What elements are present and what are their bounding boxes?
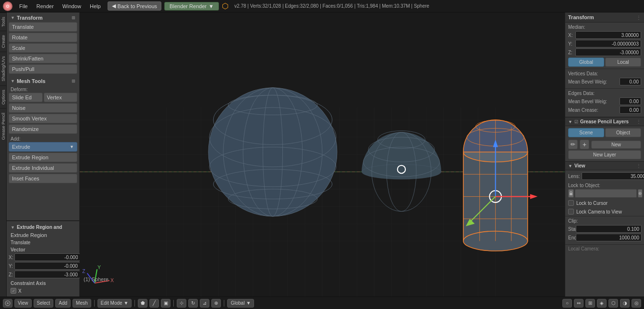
vector-label: Vector: [9, 246, 77, 253]
add-label: Add:: [9, 135, 77, 142]
coord-z-input[interactable]: [575, 48, 641, 56]
median-label: Median:: [568, 24, 641, 30]
checkbox-check: ✓: [12, 289, 15, 293]
extrude-individual-button[interactable]: Extrude Individual: [9, 163, 77, 173]
menu-render[interactable]: Render: [33, 2, 58, 10]
rotate-icon[interactable]: ↻: [188, 299, 198, 308]
mean-crease-input[interactable]: [620, 106, 641, 114]
scene-button[interactable]: Scene: [568, 128, 604, 137]
mesh-menu-button[interactable]: Mesh: [73, 299, 91, 308]
mean-bevel2-row: Mean Bevel Weig:: [568, 97, 641, 105]
tab-create[interactable]: Create: [0, 31, 7, 52]
right-panel: Transform ⋮ Median: X: Y: Z: Global Loca…: [565, 12, 644, 297]
lock-camera-checkbox[interactable]: [568, 209, 574, 214]
gp-new-row: ✏ + New: [568, 140, 641, 149]
vertex-button[interactable]: Vertex: [44, 93, 78, 102]
extrude-region-button[interactable]: Extrude Region: [9, 153, 77, 162]
proportional-edit-icon[interactable]: ○: [562, 299, 572, 308]
rotate-button[interactable]: Rotate: [9, 33, 77, 42]
extrude-dropdown-arrow: ▼: [70, 144, 74, 149]
mean-crease-row: Mean Crease:: [568, 106, 641, 114]
tab-grease-pencil[interactable]: Grease Pencil: [0, 108, 7, 144]
extrude-region-header[interactable]: ▼ Extrude Region and: [9, 223, 77, 231]
overlay-icon[interactable]: ◎: [632, 299, 641, 308]
mirror-icon[interactable]: ⇔: [574, 299, 583, 308]
tab-options[interactable]: Options: [0, 85, 7, 108]
edge-select-icon[interactable]: ╱: [149, 299, 159, 308]
edit-mode-button[interactable]: Edit Mode ▼: [97, 299, 132, 308]
inset-faces-button[interactable]: Inset Faces: [9, 174, 77, 183]
gp-new-layer-button[interactable]: New Layer: [568, 150, 641, 159]
vector-y-input[interactable]: [14, 262, 80, 270]
transform-icon[interactable]: ⊞: [585, 299, 595, 308]
lock-obj-field[interactable]: [575, 189, 637, 198]
mean-bevel-label: Mean Bevel Weig:: [568, 79, 619, 84]
rpanel-dots[interactable]: ⋮: [636, 15, 641, 20]
viewport[interactable]: User Persp: [80, 12, 565, 297]
lens-input[interactable]: [582, 172, 644, 180]
global-button[interactable]: Global: [568, 58, 604, 67]
smooth-vertex-button[interactable]: Smooth Vertex: [9, 114, 77, 123]
noise-button[interactable]: Noise: [9, 103, 77, 113]
constraint-x-label: X: [18, 288, 22, 294]
menu-help[interactable]: Help: [86, 2, 105, 10]
tab-tools[interactable]: Tools: [0, 12, 7, 31]
gp-plus-button[interactable]: +: [580, 140, 589, 149]
translate-button[interactable]: Translate: [9, 22, 77, 32]
back-icon: ◀: [112, 3, 116, 9]
snap-icon[interactable]: ⊕: [211, 299, 221, 308]
mean-bevel2-input[interactable]: [620, 97, 641, 105]
vector-z-input[interactable]: [14, 271, 80, 278]
shrink-fatten-button[interactable]: Shrink/Fatten: [9, 54, 77, 63]
clip-end-input[interactable]: [576, 234, 642, 241]
view-menu-button[interactable]: View: [14, 299, 32, 308]
coord-z-label: Z:: [568, 50, 574, 55]
edges-data-section: Edges Data: Mean Bevel Weig: Mean Crease…: [565, 89, 644, 117]
constraint-x-checkbox[interactable]: ✓: [11, 288, 16, 294]
coord-x-input[interactable]: [575, 31, 641, 39]
menu-file[interactable]: File: [15, 2, 32, 10]
magnet-icon[interactable]: ⊿: [200, 299, 209, 308]
randomize-button[interactable]: Randomize: [9, 124, 77, 134]
menu-window[interactable]: Window: [59, 2, 85, 10]
lock-to-cursor-checkbox[interactable]: [568, 200, 574, 206]
face-select-icon[interactable]: ▣: [161, 299, 170, 308]
lock-obj-icon: [568, 189, 574, 198]
global-mode-button[interactable]: Global ▼: [227, 299, 254, 308]
gp-dots[interactable]: ⋮: [636, 119, 641, 124]
view-dots[interactable]: ⋮: [636, 163, 641, 168]
vector-x-input[interactable]: [14, 253, 80, 261]
lock-to-object-input: ⊕: [568, 189, 641, 198]
scene-icon[interactable]: ◈: [597, 299, 607, 308]
lock-camera-to-view-row[interactable]: Lock Camera to View: [565, 207, 644, 216]
mean-bevel-input[interactable]: [620, 78, 641, 85]
scale-button[interactable]: Scale: [9, 43, 77, 53]
gp-new-button[interactable]: New: [591, 141, 641, 149]
vertex-select-icon[interactable]: ⬟: [138, 299, 147, 308]
coord-y-input[interactable]: [575, 40, 641, 48]
tab-shading-uvs[interactable]: Shading/UVs: [0, 52, 7, 85]
clip-start-row: Start:: [568, 225, 641, 233]
back-to-previous-button[interactable]: ◀ Back to Previous: [108, 1, 162, 11]
push-pull-button[interactable]: Push/Pull: [9, 64, 77, 74]
mesh-tools-header[interactable]: ▼ Mesh Tools ⊞: [9, 77, 77, 85]
blender-version-icon: ⬡: [222, 1, 229, 11]
eyedropper-icon[interactable]: ⊕: [638, 189, 643, 198]
transform-header[interactable]: ▼ Transform ⊞: [9, 13, 77, 22]
slide-edge-button[interactable]: Slide Ed: [9, 93, 43, 102]
global-arrow: ▼: [246, 300, 251, 306]
object-button[interactable]: Object: [605, 128, 641, 137]
select-menu-button[interactable]: Select: [34, 299, 54, 308]
render-icon[interactable]: ⬡: [608, 299, 618, 308]
gp-pencil-icon[interactable]: ✏: [568, 140, 578, 149]
clip-start-input[interactable]: [576, 225, 642, 233]
shading-icon[interactable]: ◑: [620, 299, 630, 308]
extrude-dropdown-button[interactable]: Extrude ▼: [9, 142, 77, 152]
bottom-logo-btn[interactable]: [3, 299, 12, 308]
local-button[interactable]: Local: [605, 58, 641, 67]
add-menu-button[interactable]: Add: [55, 299, 71, 308]
lock-to-cursor-row[interactable]: Lock to Cursor: [565, 199, 644, 207]
render-engine-button[interactable]: Blender Render ▼: [164, 2, 219, 11]
move-icon[interactable]: ⊹: [177, 299, 186, 308]
edges-data-label: Edges Data:: [568, 91, 641, 96]
